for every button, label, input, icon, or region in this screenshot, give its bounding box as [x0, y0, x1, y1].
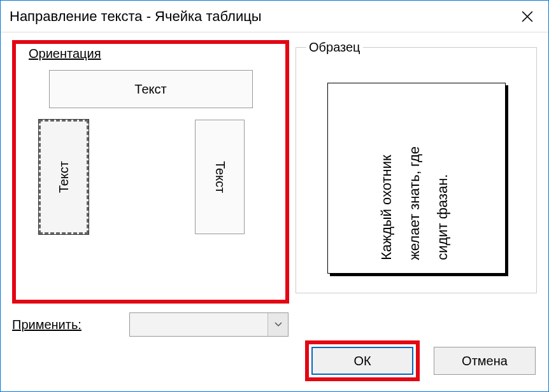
- dialog-buttons: ОК Отмена: [305, 340, 536, 381]
- preview-text: Каждый охотник желает знать, где сидит ф…: [373, 146, 457, 260]
- close-button[interactable]: [511, 4, 543, 29]
- apply-combobox[interactable]: [129, 312, 289, 337]
- orientation-horizontal-button[interactable]: Текст: [49, 70, 253, 108]
- apply-label: Применить:: [12, 318, 114, 332]
- orientation-highlight: Ориентация Текст Текст Текст: [12, 40, 289, 304]
- orientation-vertical-down-label: Текст: [213, 161, 227, 193]
- chevron-down-icon: [267, 313, 288, 336]
- orientation-legend: Ориентация: [26, 46, 104, 61]
- text-direction-dialog: Направление текста - Ячейка таблицы Орие…: [0, 0, 549, 392]
- preview-box: Каждый охотник желает знать, где сидит ф…: [327, 83, 506, 274]
- dialog-title: Направление текста - Ячейка таблицы: [10, 8, 262, 25]
- orientation-vertical-up-button[interactable]: Текст: [39, 120, 89, 234]
- orientation-horizontal-label: Текст: [134, 82, 166, 97]
- ok-highlight: ОК: [305, 340, 420, 381]
- orientation-vertical-down-button[interactable]: Текст: [195, 120, 245, 234]
- orientation-group: Ориентация Текст Текст Текст: [16, 46, 285, 300]
- ok-button[interactable]: ОК: [311, 347, 413, 375]
- preview-legend: Образец: [306, 40, 363, 55]
- titlebar: Направление текста - Ячейка таблицы: [1, 1, 548, 32]
- preview-group-wrap: Образец Каждый охотник желает знать, где…: [296, 40, 537, 304]
- close-icon: [522, 11, 533, 22]
- orientation-vertical-up-label: Текст: [57, 161, 71, 193]
- cancel-button[interactable]: Отмена: [434, 347, 536, 375]
- preview-group: Образец Каждый охотник желает знать, где…: [296, 40, 537, 293]
- apply-row: Применить:: [1, 304, 548, 337]
- cancel-button-label: Отмена: [462, 354, 508, 368]
- ok-button-label: ОК: [353, 354, 371, 368]
